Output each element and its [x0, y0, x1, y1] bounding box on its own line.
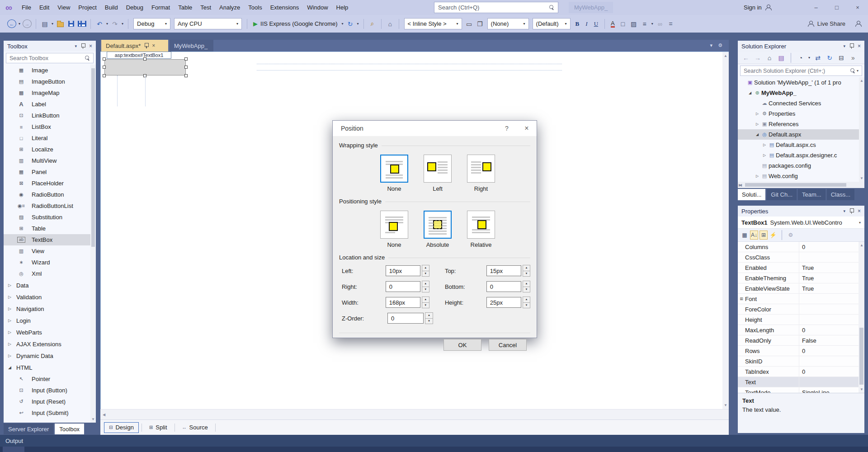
toolbox-item-multiview[interactable]: ▥MultiView — [4, 155, 96, 166]
scroll-right-icon[interactable]: ▶ — [739, 183, 863, 187]
property-row-cssclass[interactable]: CssClass — [738, 252, 864, 263]
scroll-down-icon[interactable]: ▼ — [91, 417, 95, 421]
property-value[interactable]: True — [799, 273, 864, 283]
property-row-enabled[interactable]: EnabledTrue — [738, 263, 864, 273]
dropdown-caret-icon[interactable]: ▾ — [342, 22, 344, 26]
close-icon[interactable]: × — [152, 42, 155, 49]
property-row-height[interactable]: Height — [738, 315, 864, 325]
chevron-collapsed-icon[interactable]: ▷ — [754, 122, 760, 126]
property-value[interactable]: 0 — [799, 325, 864, 335]
cancel-button[interactable]: Cancel — [489, 339, 527, 351]
toolbox-item-table[interactable]: ⊞Table — [4, 223, 96, 234]
toolbox-group-validation[interactable]: ▷Validation — [4, 291, 96, 303]
spin-down-icon[interactable]: ▼ — [523, 303, 530, 309]
toolbox-item-radiobuttonlist[interactable]: ◉≡RadioButtonList — [4, 200, 96, 212]
tree-item-default-aspx[interactable]: ◢◎Default.aspx — [738, 129, 864, 140]
height-input[interactable]: 25px — [486, 297, 521, 308]
menu-extensions[interactable]: Extensions — [266, 0, 303, 15]
toolbox-group-webparts[interactable]: ▷WebParts — [4, 326, 96, 338]
restore-button[interactable]: □ — [826, 0, 847, 15]
expand-plus-icon[interactable]: ⊞ — [738, 297, 745, 301]
tree-item-default-aspx-cs[interactable]: ▷▤Default.aspx.cs — [738, 140, 864, 150]
tree-item-properties[interactable]: ▷⚙Properties — [738, 108, 864, 119]
dock-tab-toolbox[interactable]: Toolbox — [55, 424, 84, 434]
back-icon[interactable]: ← — [741, 52, 750, 63]
live-share-button[interactable]: Live Share — [808, 15, 845, 33]
scroll-up-icon[interactable]: ▲ — [860, 243, 863, 247]
toolbox-item-imagebutton[interactable]: ▤ImageButton — [4, 76, 96, 87]
menu-help[interactable]: Help — [332, 0, 353, 15]
toolbox-item-textbox[interactable]: abTextBox — [4, 234, 96, 245]
spin-up-icon[interactable]: ▲ — [425, 312, 433, 319]
left-wrap-tile[interactable] — [424, 155, 452, 183]
window-position-icon[interactable]: ▾ — [75, 44, 77, 48]
height-spinner[interactable]: ▲▼ — [523, 297, 530, 308]
pin-icon[interactable] — [849, 208, 854, 214]
toolbox-item-listbox[interactable]: ≡ListBox — [4, 121, 96, 132]
view-tab-source[interactable]: ↔Source — [178, 422, 212, 433]
scroll-down-icon[interactable]: ▼ — [860, 176, 863, 180]
property-value[interactable]: SingleLine — [799, 387, 864, 393]
browser-home-icon[interactable]: ⌂ — [386, 19, 395, 29]
new-file-icon[interactable]: ▤ — [40, 19, 49, 29]
toolbox-group-ajax-extensions[interactable]: ▷AJAX Extensions — [4, 338, 96, 350]
tab-well-options-gear-icon[interactable]: ⚙ — [718, 42, 722, 48]
chevron-collapsed-icon[interactable]: ▷ — [761, 153, 768, 157]
chevron-collapsed-icon[interactable]: ▷ — [754, 112, 760, 116]
dialog-title-bar[interactable]: Position ? × — [333, 121, 537, 136]
property-row-text[interactable]: Text — [738, 377, 864, 387]
tree-scrollbar[interactable]: ▲ ▼ — [859, 77, 864, 182]
collapse-all-icon[interactable]: ⊟ — [837, 52, 846, 63]
messages-icon[interactable]: ⚙ — [787, 231, 795, 240]
option-relative[interactable]: Relative — [467, 211, 495, 248]
spin-down-icon[interactable]: ▼ — [523, 271, 530, 277]
solution-search-input[interactable]: Search Solution Explorer (Ctrl+;) ▾ — [740, 66, 862, 76]
italic-button[interactable]: I — [585, 20, 587, 28]
property-value[interactable] — [799, 304, 864, 314]
ok-button[interactable]: OK — [443, 339, 481, 351]
property-row-readonly[interactable]: ReadOnlyFalse — [738, 335, 864, 346]
dropdown-caret-icon[interactable]: ▾ — [357, 22, 359, 26]
tree-horizontal-scrollbar[interactable]: ◀ ▶ — [738, 182, 864, 188]
find-in-files-icon[interactable]: ⌕ — [368, 19, 377, 29]
dropdown-caret-icon[interactable]: ▾ — [122, 22, 123, 26]
menu-edit[interactable]: Edit — [35, 0, 53, 15]
none-pos-tile[interactable] — [380, 211, 408, 239]
switch-views-icon[interactable]: ▤ — [777, 52, 786, 63]
property-row-skinid[interactable]: SkinID — [738, 356, 864, 367]
spin-up-icon[interactable]: ▲ — [422, 281, 429, 287]
toolbox-item-label[interactable]: ALabel — [4, 99, 96, 110]
top-spinner[interactable]: ▲▼ — [523, 265, 530, 277]
underline-button[interactable]: U — [594, 20, 598, 28]
sign-in-button[interactable]: Sign in — [744, 0, 772, 15]
textbox-control[interactable] — [104, 59, 186, 75]
property-value[interactable] — [799, 252, 864, 262]
events-icon[interactable]: ⚡ — [769, 231, 777, 240]
spin-up-icon[interactable]: ▲ — [523, 281, 530, 287]
dialog-close-button[interactable]: × — [517, 121, 537, 136]
tree-item-packages-config[interactable]: ▤packages.config — [738, 160, 864, 171]
bottom-spinner[interactable]: ▲▼ — [523, 281, 530, 292]
scroll-left-icon[interactable]: ◀ — [103, 413, 105, 417]
property-value[interactable] — [799, 356, 864, 366]
tree-item-mywebapp[interactable]: ◢⊛MyWebApp_ — [738, 88, 864, 98]
left-spinner[interactable]: ▲▼ — [422, 265, 429, 277]
dock-tab-git-ch-[interactable]: Git Ch... — [767, 189, 797, 200]
right-wrap-tile[interactable] — [467, 155, 495, 183]
scroll-down-icon[interactable]: ▼ — [724, 403, 727, 407]
menu-format[interactable]: Format — [147, 0, 174, 15]
tree-item-connected-services[interactable]: ☁Connected Services — [738, 98, 864, 108]
toolbox-item-imagemap[interactable]: ▩ImageMap — [4, 87, 96, 99]
option-absolute[interactable]: Absolute — [423, 211, 452, 248]
close-icon[interactable]: × — [89, 43, 92, 49]
window-position-icon[interactable]: ▾ — [843, 44, 845, 48]
chevron-collapsed-icon[interactable]: ▷ — [761, 143, 768, 147]
toolbox-item-radiobutton[interactable]: ◉RadioButton — [4, 189, 96, 200]
start-debug-button[interactable]: ▶ IIS Express (Google Chrome) — [253, 20, 338, 27]
menu-build[interactable]: Build — [101, 0, 122, 15]
toolbox-item-localize[interactable]: ⊞Localize — [4, 144, 96, 155]
menu-window[interactable]: Window — [303, 0, 332, 15]
menu-file[interactable]: File — [18, 0, 35, 15]
option-right[interactable]: Right — [467, 155, 495, 192]
property-row-enabletheming[interactable]: EnableThemingTrue — [738, 273, 864, 283]
